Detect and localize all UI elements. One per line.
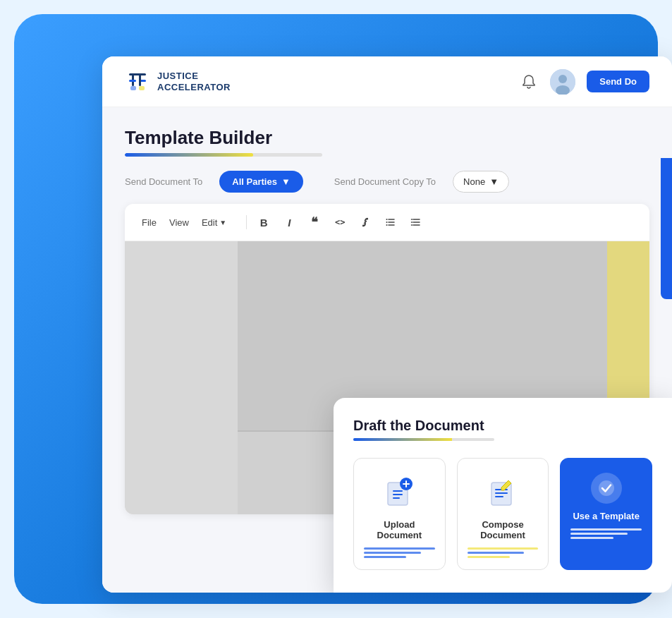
compose-lines	[468, 547, 539, 558]
chevron-down-icon-2: ▼	[489, 176, 499, 187]
draft-title: Draft the Document	[353, 418, 652, 434]
quote-button[interactable]: ❝	[303, 211, 326, 234]
right-scroll-strip	[661, 158, 672, 299]
file-menu[interactable]: File	[136, 214, 162, 231]
chevron-down-icon: ▼	[281, 176, 291, 187]
svg-point-15	[386, 222, 388, 223]
content-area: Template Builder Send Document To All Pa…	[102, 107, 672, 593]
logo-text: JUSTICE ACCELERATOR	[157, 71, 231, 92]
main-card: JUSTICE ACCELERATOR Send Do	[102, 56, 672, 593]
main-progress-bar	[125, 153, 322, 157]
logo: JUSTICE ACCELERATOR	[125, 69, 231, 95]
checkmark-icon	[591, 473, 622, 504]
send-doc-button[interactable]: Send Do	[587, 71, 649, 92]
svg-rect-3	[129, 80, 136, 82]
svg-point-14	[386, 219, 388, 220]
template-label: Use a Template	[573, 511, 639, 521]
svg-rect-5	[139, 73, 141, 86]
main-progress-fill	[125, 153, 253, 157]
toolbar-divider-1	[246, 215, 247, 229]
header: JUSTICE ACCELERATOR Send Do	[102, 56, 672, 107]
compose-label: Compose Document	[468, 519, 539, 540]
compose-icon	[483, 473, 523, 512]
italic-button[interactable]: I	[278, 211, 300, 234]
page-title: Template Builder	[125, 127, 649, 149]
upload-document-option[interactable]: Upload Document	[353, 458, 446, 570]
editor-toolbar: File View Edit ▼ B I ❝ <>	[125, 204, 649, 241]
editor-left-panel	[125, 241, 238, 514]
use-template-option[interactable]: Use a Template	[560, 458, 652, 570]
edit-chevron-icon: ▼	[219, 219, 226, 226]
none-dropdown[interactable]: None ▼	[453, 171, 509, 193]
ordered-list-button[interactable]	[379, 211, 402, 234]
svg-point-16	[386, 224, 388, 226]
compose-document-option[interactable]: Compose Document	[457, 458, 549, 570]
draft-options: Upload Document	[353, 458, 652, 570]
unordered-list-button[interactable]	[405, 211, 427, 234]
logo-line1: JUSTICE	[157, 71, 231, 82]
send-controls: Send Document To All Parties ▼ Send Docu…	[125, 171, 649, 193]
svg-point-9	[558, 75, 567, 83]
avatar	[550, 69, 575, 95]
upload-icon	[379, 473, 419, 512]
draft-progress-fill	[353, 438, 452, 441]
view-menu[interactable]: View	[164, 214, 195, 231]
all-parties-button[interactable]: All Parties ▼	[219, 171, 303, 193]
upload-lines	[364, 547, 435, 558]
template-lines	[570, 528, 642, 539]
svg-rect-0	[125, 69, 150, 95]
link-button[interactable]	[354, 211, 377, 234]
send-doc-copy-label: Send Document Copy To	[334, 176, 436, 187]
header-right: Send Do	[519, 69, 649, 95]
send-doc-to-label: Send Document To	[125, 176, 202, 187]
code-button[interactable]: <>	[329, 211, 351, 234]
edit-menu[interactable]: Edit ▼	[196, 214, 232, 231]
toolbar-menu: File View Edit ▼	[136, 214, 232, 231]
logo-line2: ACCELERATOR	[157, 82, 231, 93]
svg-rect-6	[130, 86, 136, 90]
svg-rect-7	[139, 86, 145, 90]
svg-rect-1	[129, 73, 146, 75]
draft-progress-bar	[353, 438, 494, 441]
bold-button[interactable]: B	[252, 211, 275, 234]
draft-modal: Draft the Document	[334, 398, 672, 593]
upload-label: Upload Document	[364, 519, 435, 540]
svg-point-34	[599, 480, 614, 496]
logo-icon	[125, 69, 150, 95]
bell-icon[interactable]	[519, 72, 539, 92]
